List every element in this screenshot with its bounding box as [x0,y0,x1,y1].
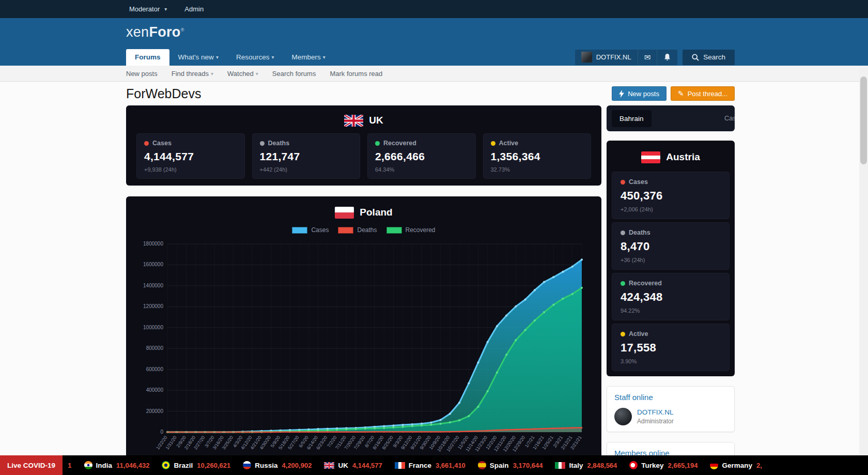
logo-text-bold: Foro [149,24,180,40]
deaths-dot-icon [260,141,265,146]
ticker-entry: Turkey2,665,194 [629,461,698,469]
stat-label: Cases [629,178,648,186]
username-label: DOTFIX.NL [596,53,631,61]
staff-online-user: DOTFIX.NL Administrator [614,408,727,425]
legend-deaths: Deaths [338,226,377,234]
ticker-country: France [409,462,431,469]
stat-sub: 3.90% [621,358,721,364]
germany-flag-icon [710,461,718,469]
stat-label: Recovered [383,140,416,147]
subnav-find-threads[interactable]: Find threads [172,70,213,78]
xenforo-logo[interactable]: xenForo® [126,24,184,40]
bahrain-covid-widget: Bahrain Cas [607,105,735,131]
stat-value: 121,747 [260,150,353,163]
lightning-icon [619,90,624,98]
admin-bar: Moderator Admin [0,0,868,18]
search-button-label: Search [703,53,725,61]
admin-link-label: Admin [184,5,204,13]
user-bar: DOTFIX.NL ✉ [575,50,677,65]
subnav-search-forums[interactable]: Search forums [272,70,316,78]
active-dot-icon [491,141,495,146]
tab-forums[interactable]: Forums [126,49,169,66]
tab-forums-label: Forums [135,49,161,66]
account-menu[interactable]: DOTFIX.NL [575,50,638,65]
ticker-country: Italy [569,462,583,469]
ticker-country: Germany [722,462,752,469]
active-dot-icon [621,332,625,336]
uk-stats-row: Cases 4,144,577 +9,938 (24h) Deaths 121,… [136,133,591,179]
uk-widget-title: UK [369,115,383,126]
legend-label: Deaths [357,226,377,234]
subnav-find-threads-label: Find threads [172,70,209,78]
ticker-entry: Spain3,170,644 [478,461,543,469]
brazil-flag-icon [162,461,170,469]
deaths-dot-icon [621,231,625,235]
staff-online-block: Staff online DOTFIX.NL Administrator [607,386,735,432]
moderator-menu[interactable]: Moderator [129,5,167,13]
stat-label: Deaths [629,229,650,236]
bahrain-clipped-text: Cas [724,114,735,122]
svg-text:1400000: 1400000 [143,283,163,288]
stat-sub: 94.22% [621,308,721,314]
recovered-swatch-icon [386,227,402,234]
stat-value: 17,558 [621,341,721,355]
stat-sub: 32.73% [491,166,584,173]
ticker-value: 2, [756,462,762,469]
svg-text:1800000: 1800000 [143,241,163,247]
stat-label: Active [499,140,519,147]
ticker-partial-number: 1 [68,462,72,469]
user-avatar [581,52,592,63]
subnav-watched[interactable]: Watched [227,70,258,78]
ticker-country: Brazil [174,462,193,469]
scrollbar-thumb[interactable] [860,76,867,164]
new-posts-button[interactable]: New posts [612,86,667,101]
tab-members[interactable]: Members [283,49,334,66]
search-icon [692,54,699,61]
envelope-icon: ✉ [644,53,651,61]
search-button[interactable]: Search [683,50,735,65]
staff-role-label: Administrator [637,418,674,425]
svg-text:1600000: 1600000 [143,262,163,267]
stat-value: 1,356,364 [491,150,584,163]
vertical-scrollbar[interactable] [859,69,868,455]
svg-text:1000000: 1000000 [143,325,163,330]
austria-covid-widget: Austria Cases 450,376 +2,006 (24h) Death… [607,141,735,376]
ticker-value: 11,046,432 [116,462,149,469]
italy-flag-icon [555,462,565,469]
ticker-entry: UK4,144,577 [324,461,382,469]
turkey-flag-icon [629,461,638,469]
austria-recovered-stat: Recovered 424,348 94.22% [612,273,730,320]
ticker-entry: India11,046,432 [84,461,150,469]
ticker-country: Spain [490,462,509,469]
subnav-new-posts[interactable]: New posts [126,70,158,78]
cases-dot-icon [144,141,149,146]
ticker-value: 2,848,564 [587,462,617,469]
admin-link[interactable]: Admin [184,5,204,13]
page-head: ForWebDevs New posts Post thread... [126,86,735,101]
subnav-search-forums-label: Search forums [272,70,316,78]
tab-resources[interactable]: Resources [227,49,283,66]
stat-value: 424,348 [621,290,721,304]
ticker-value: 4,144,577 [352,462,382,469]
ticker-value: 10,260,621 [197,462,230,469]
stat-value: 8,470 [621,240,721,253]
staff-avatar[interactable] [614,408,632,425]
page-actions: New posts Post thread... [612,86,735,101]
uk-deaths-stat: Deaths 121,747 +442 (24h) [252,133,361,179]
alerts-button[interactable] [657,50,677,65]
subnav-mark-forums-read-label: Mark forums read [330,70,382,78]
ticker-entry: Brazil10,260,621 [162,461,230,469]
subnav-mark-forums-read[interactable]: Mark forums read [330,70,382,78]
stat-sub: +2,006 (24h) [621,206,721,212]
staff-username-link[interactable]: DOTFIX.NL [637,408,674,416]
legend-recovered: Recovered [386,226,436,234]
austria-widget-header: Austria [612,146,730,168]
post-thread-button[interactable]: Post thread... [671,86,735,101]
tab-whats-new[interactable]: What's new [169,49,227,66]
inbox-button[interactable]: ✉ [638,50,657,65]
covid-ticker: Live COVID-19 1 India11,046,432Brazil10,… [0,455,868,475]
ticker-value: 3,170,644 [513,462,543,469]
tab-resources-label: Resources [236,49,270,66]
recovered-dot-icon [621,281,625,286]
svg-text:200000: 200000 [146,408,164,414]
